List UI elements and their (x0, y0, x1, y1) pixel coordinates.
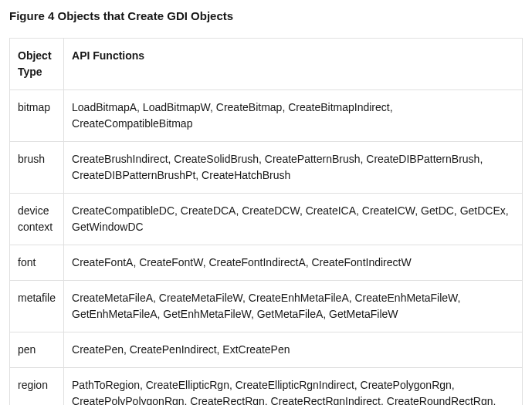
cell-api-functions: CreateFontA, CreateFontW, CreateFontIndi… (64, 245, 523, 281)
table-row: fontCreateFontA, CreateFontW, CreateFont… (10, 245, 523, 281)
table-row: regionPathToRegion, CreateEllipticRgn, C… (10, 368, 523, 406)
cell-object-type: pen (10, 332, 64, 368)
cell-object-type: device context (10, 194, 64, 245)
table-row: brushCreateBrushIndirect, CreateSolidBru… (10, 142, 523, 194)
cell-api-functions: CreatePen, CreatePenIndirect, ExtCreateP… (64, 332, 523, 368)
gdi-objects-table: Object Type API Functions bitmapLoadBitm… (9, 38, 523, 405)
header-api-functions: API Functions (64, 39, 523, 90)
cell-api-functions: LoadBitmapA, LoadBitmapW, CreateBitmap, … (64, 90, 523, 142)
cell-object-type: region (10, 368, 64, 406)
cell-api-functions: CreateMetaFileA, CreateMetaFileW, Create… (64, 281, 523, 332)
cell-api-functions: CreateBrushIndirect, CreateSolidBrush, C… (64, 142, 523, 194)
cell-object-type: brush (10, 142, 64, 194)
table-header-row: Object Type API Functions (10, 39, 523, 90)
table-body: bitmapLoadBitmapA, LoadBitmapW, CreateBi… (10, 90, 523, 406)
cell-api-functions: CreateCompatibleDC, CreateDCA, CreateDCW… (64, 194, 523, 245)
table-row: bitmapLoadBitmapA, LoadBitmapW, CreateBi… (10, 90, 523, 142)
table-row: device contextCreateCompatibleDC, Create… (10, 194, 523, 245)
header-object-type: Object Type (10, 39, 64, 90)
cell-api-functions: PathToRegion, CreateEllipticRgn, CreateE… (64, 368, 523, 406)
figure-title: Figure 4 Objects that Create GDI Objects (9, 9, 523, 22)
cell-object-type: metafile (10, 281, 64, 332)
cell-object-type: font (10, 245, 64, 281)
table-row: metafileCreateMetaFileA, CreateMetaFileW… (10, 281, 523, 332)
table-row: penCreatePen, CreatePenIndirect, ExtCrea… (10, 332, 523, 368)
cell-object-type: bitmap (10, 90, 64, 142)
